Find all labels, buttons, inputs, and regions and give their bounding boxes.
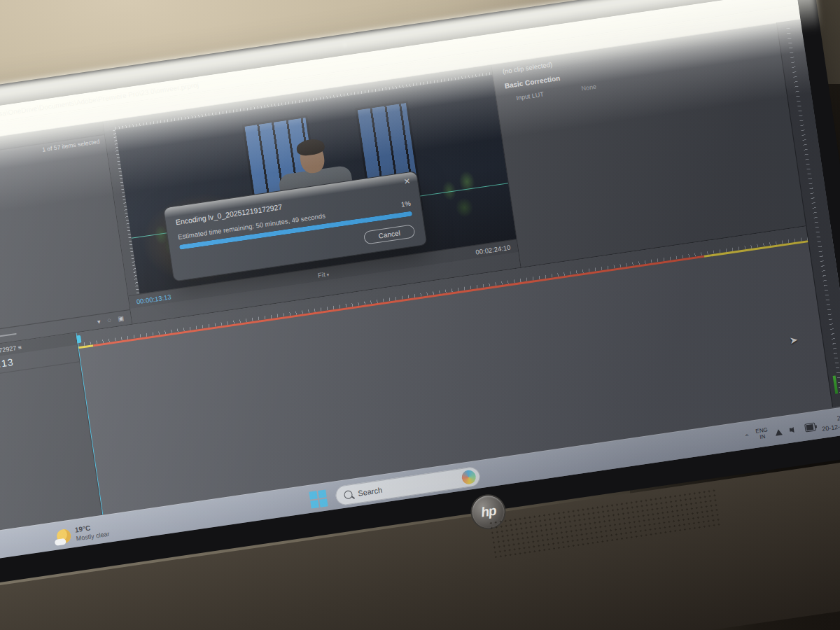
bing-orb-icon xyxy=(461,469,477,485)
new-bin-icon[interactable]: ▣ xyxy=(118,314,125,322)
webcam xyxy=(341,41,348,48)
dialog-close-icon[interactable]: ✕ xyxy=(403,176,411,186)
sort-icon[interactable]: ▾ xyxy=(97,318,101,326)
weather-moon-icon xyxy=(56,528,72,545)
laptop: Premiere Pro 2023 - C:\Users\kulsa\OneDr… xyxy=(0,0,840,630)
clock-date: 20-12-2025 xyxy=(822,421,840,433)
cancel-button[interactable]: Cancel xyxy=(363,224,416,244)
dialog-percent: 1% xyxy=(400,200,411,209)
speaker-icon[interactable] xyxy=(789,426,799,434)
language-switcher[interactable]: ENGIN xyxy=(755,428,769,442)
video-plant xyxy=(427,159,498,230)
fit-dropdown[interactable]: Fit xyxy=(317,270,329,279)
screen: Premiere Pro 2023 - C:\Users\kulsa\OneDr… xyxy=(0,0,840,565)
start-button[interactable] xyxy=(308,489,328,509)
audio-level-bar xyxy=(833,376,839,394)
search-placeholder: Search xyxy=(358,486,383,498)
clock[interactable]: 20:27 20-12-2025 xyxy=(820,413,840,434)
search-icon[interactable]: ◌ xyxy=(107,316,112,324)
clock-time: 20:27 xyxy=(836,413,840,422)
thumbnail-zoom-slider[interactable] xyxy=(0,333,16,342)
mouse-cursor: ➤ xyxy=(789,334,799,346)
wifi-icon[interactable] xyxy=(774,428,784,436)
search-icon xyxy=(344,490,354,500)
tray-chevron-icon[interactable]: ⌃ xyxy=(743,433,750,441)
battery-icon[interactable] xyxy=(804,423,816,433)
taskbar-weather-widget[interactable]: 19°C Mostly clear xyxy=(56,522,111,545)
input-lut-select[interactable]: None xyxy=(581,83,597,92)
